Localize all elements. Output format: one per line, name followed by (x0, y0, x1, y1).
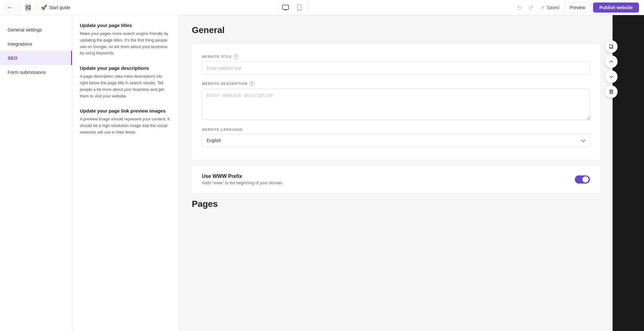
info-title-1: Update your page titles (80, 23, 171, 28)
undo-redo-group (514, 3, 536, 13)
svg-rect-10 (609, 45, 612, 48)
desktop-button[interactable] (280, 2, 291, 13)
info-text-2: A page description (aka meta description… (80, 73, 171, 99)
info-section-titles: Update your page titles Make your pages … (80, 23, 171, 57)
back-button[interactable]: ← (5, 3, 15, 13)
website-title-label: WEBSITE TITLE ? (202, 54, 590, 59)
sidebar-item-integrations[interactable]: Integrations (0, 37, 72, 51)
up-arrow-icon (609, 59, 613, 64)
mobile-button[interactable] (294, 2, 305, 13)
layout-icon-button[interactable] (23, 3, 33, 13)
www-title: Use WWW Prefix (202, 174, 283, 179)
info-section-images: Update your page link preview images A p… (80, 108, 171, 135)
move-down-fab[interactable] (605, 70, 618, 83)
pages-title: Pages (192, 199, 600, 209)
publish-button[interactable]: Publish website (593, 3, 639, 13)
right-panel (613, 15, 644, 331)
topbar-actions: ✓ Saved Preview Publish website (514, 2, 639, 13)
www-toggle[interactable] (575, 175, 590, 184)
preview-button[interactable]: Preview (564, 2, 591, 13)
svg-point-8 (299, 9, 300, 10)
svg-rect-4 (282, 5, 289, 9)
topbar: ← 🚀 Start guide (0, 0, 644, 15)
topbar-center (74, 2, 511, 13)
saved-badge: ✓ Saved (538, 4, 562, 10)
general-title: General (192, 25, 600, 35)
svg-rect-3 (28, 8, 30, 9)
language-select[interactable]: English French German Spanish Italian Po… (202, 134, 590, 147)
svg-rect-0 (25, 5, 31, 10)
mobile-icon (297, 4, 302, 11)
move-up-fab[interactable] (605, 55, 618, 68)
toggle-knob (582, 176, 589, 183)
info-text-3: A preview image should represent your co… (80, 116, 171, 135)
topbar-left: ← 🚀 Start guide (5, 3, 70, 13)
svg-rect-2 (28, 6, 30, 7)
general-card: WEBSITE TITLE ? WEBSITE DESCRIPTION ? WE… (192, 44, 600, 160)
website-description-input[interactable] (202, 89, 590, 120)
info-title-2: Update your page descriptions (80, 65, 171, 71)
delete-icon (609, 89, 613, 94)
copy-fab[interactable] (605, 40, 618, 53)
www-desc: Adds “www” to the beginning of your doma… (202, 180, 283, 185)
topbar-divider-3 (277, 4, 277, 11)
svg-rect-1 (26, 6, 28, 9)
redo-button[interactable] (526, 3, 536, 13)
website-description-help-icon[interactable]: ? (249, 81, 254, 86)
www-info: Use WWW Prefix Adds “www” to the beginni… (202, 174, 283, 185)
start-guide-button[interactable]: 🚀 Start guide (41, 4, 70, 10)
content-area: General WEBSITE TITLE ? WEBSITE DESCRIPT… (179, 15, 613, 331)
layout-icon (25, 4, 31, 11)
floating-actions (605, 40, 618, 98)
undo-icon (517, 5, 522, 10)
copy-icon (609, 44, 614, 49)
info-title-3: Update your page link preview images (80, 108, 171, 113)
undo-button[interactable] (514, 3, 525, 13)
info-panel: Update your page titles Make your pages … (72, 15, 179, 331)
sidebar: General settings Integrations SEO Form s… (0, 15, 72, 331)
topbar-divider-4 (308, 4, 308, 11)
info-text-1: Make your pages more search engine frien… (80, 30, 171, 57)
www-card: Use WWW Prefix Adds “www” to the beginni… (192, 166, 600, 193)
website-description-label: WEBSITE DESCRIPTION ? (202, 81, 590, 86)
back-icon: ← (8, 5, 13, 10)
info-section-descriptions: Update your page descriptions A page des… (80, 65, 171, 99)
down-arrow-icon (609, 74, 613, 79)
rocket-icon: 🚀 (41, 4, 47, 10)
sidebar-item-seo[interactable]: SEO (0, 51, 72, 65)
language-select-wrapper: English French German Spanish Italian Po… (202, 134, 590, 147)
sidebar-item-general-settings[interactable]: General settings (0, 23, 72, 37)
website-title-help-icon[interactable]: ? (234, 54, 239, 59)
redo-icon (528, 5, 534, 10)
desktop-icon (282, 5, 289, 10)
delete-fab[interactable] (605, 86, 618, 98)
saved-check-icon: ✓ (541, 4, 545, 10)
website-language-label: WEBSITE LANGUAGE (202, 128, 590, 131)
topbar-divider-2 (37, 4, 37, 11)
website-title-input[interactable] (202, 62, 590, 75)
main-layout: General settings Integrations SEO Form s… (0, 15, 644, 331)
topbar-divider-1 (19, 4, 19, 11)
sidebar-item-form-submissions[interactable]: Form submissions (0, 65, 72, 79)
saved-label: Saved (547, 5, 559, 10)
start-guide-label: Start guide (49, 5, 70, 10)
